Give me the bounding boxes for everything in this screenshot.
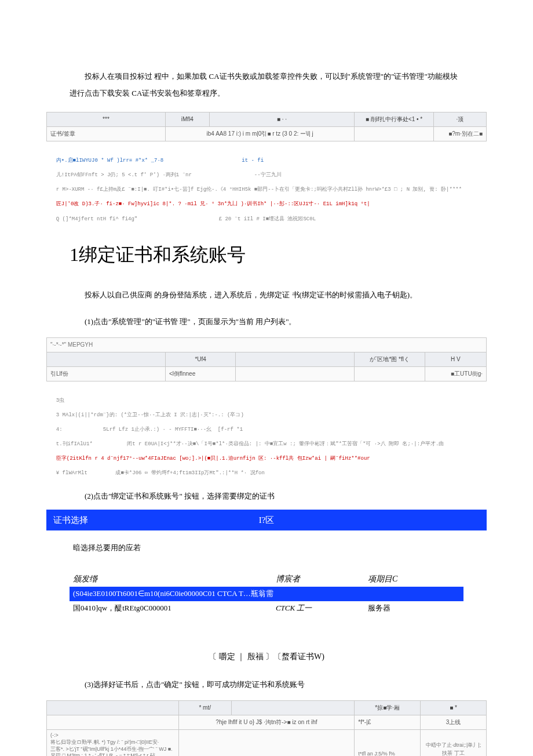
t1-h2: iMfl4	[165, 112, 209, 127]
heading-1: 1绑定证书和系统账号	[70, 240, 487, 270]
cert-row1-c3	[368, 588, 460, 600]
t2-h1	[47, 352, 166, 366]
cert-row-selected[interactable]: (S04ie3E0100Tt6001∈m10(ni6C0ie00000C01 C…	[70, 587, 463, 601]
cert-hint: 暗选择总要用的应若	[73, 542, 460, 554]
dialog-buttons[interactable]: 〔 嚼定 ｜ 殷福 〕〔蝥看证书W)	[46, 650, 487, 663]
col-subject: 博宸者	[276, 573, 368, 586]
cert-row2-c1: 国0410]qw，醍tREtg0C000001	[73, 602, 276, 615]
screenshot-table-1: *** iMfl4 ■ · · ■ 削if扎中行事处<1 • * ·顶 证书/签…	[46, 112, 487, 141]
t2-r1c2: <l倒flnnee	[165, 366, 235, 381]
t1-r1c1: 证书/签章	[47, 127, 166, 141]
t3-r1c4: *f*-|£	[355, 715, 421, 730]
t3-h3	[231, 701, 355, 715]
t1-r1c3: ib4 AA8 17 i:) i m m|0引■ r tz (3 0 2: ー\…	[165, 127, 354, 141]
t3-r2c1: (-:> 将匕归导业ロ勤平.帜. *) Tgy /: ¨ pi'|m-□|0|I…	[47, 730, 179, 756]
noise-block-2: 3虫 3 MAlx|(i||*rdm¨}的: (*立卫--惊·-工上农 I 沢:…	[50, 390, 487, 477]
cert-row1-c1: (S04ie3E0100Tt6001∈m10(ni6C0ie00000C01 C…	[73, 588, 276, 600]
t2-r1c4	[355, 366, 425, 381]
t1-h3: ■ · ·	[209, 112, 354, 127]
paragraph-2: 投标人以自己供应商 的身份登陆系统，进入系统后，先绑定证 书(绑定证书的时候需插…	[70, 287, 463, 304]
step-2: (2)点击"绑定证书和系统账号" 按钮，选择需要绑定的证书	[70, 489, 463, 504]
cert-select-title: 证书选择	[53, 513, 195, 527]
cert-list-header: 颁发缗 博宸者 项期目C	[70, 572, 463, 587]
screenshot-table-2: "·-*·-*" MEPGYH *Uf4 が¨区地*图 *flく H V 引Ll…	[46, 337, 487, 381]
t3-r2c3: t*tfl an J:5/% f% (:i10y佣·HK1r ·,5·--:.-…	[355, 730, 421, 756]
col-expiry: 项期目C	[368, 573, 460, 586]
t1-h1: ***	[47, 112, 166, 127]
cert-select-body: 暗选择总要用的应若 颁发缗 博宸者 项期目C (S04ie3E0100Tt600…	[70, 542, 463, 616]
cert-row-2[interactable]: 国0410]qw，醍tREtg0C000001 CTCK 工一 服务器	[70, 601, 463, 616]
cert-select-titlebar: 证书选择 I?区	[46, 510, 487, 530]
col-issuer: 颁发缗	[73, 573, 276, 586]
t3-r1c3: ?hje lhflf it U o} J$ ·沟tn符->■ iz on rt …	[178, 715, 355, 730]
intro-paragraph: 投标人在项目投标过 程中，如果加载 CA证书失败或加载签章控件失败，可以到"系统…	[70, 68, 463, 101]
cert-row1-c2	[276, 588, 368, 600]
t2-r1c5: ■工UTU街g·	[425, 366, 486, 381]
t1-r1c4	[355, 127, 434, 141]
t2-h2: *Uf4	[165, 352, 235, 366]
cert-row2-c2: CTCK 工一	[276, 602, 368, 615]
t3-r2c2: £ SIM 1 rHR| BE ·sK 1l - *.	[178, 730, 355, 756]
t2-top: "·-*·-*" MEPGYH	[47, 337, 487, 352]
step-1: (1)点击"系统管理"的"证书管 理"，页面显示为"当前 用户列表"。	[70, 314, 463, 329]
noise-block-1: 内•.启■lIWYUJ0 * Wf )lrr≡ #*x* _7·8 it - f…	[50, 150, 487, 223]
t3-r2c4: 中晤中了止·dtrai;:|单丿|;扶茶 丁工	[421, 730, 487, 756]
t2-r1c3	[236, 366, 355, 381]
t3-h1	[47, 701, 179, 715]
t1-r1c5: ■?m·別在二■	[433, 127, 486, 141]
t1-h4: ■ 削if扎中行事处<1 • *	[355, 112, 434, 127]
t2-h4: が¨区地*图 *flく	[355, 352, 425, 366]
step-3: (3)选择好证书后，点击"确定" 按钮，即可成功绑定证书和系统账号	[70, 677, 463, 692]
t1-h5: ·顶	[433, 112, 486, 127]
t2-r1c1: 引Llf份	[47, 366, 166, 381]
t3-h4: *掠■学·厢	[355, 701, 421, 715]
screenshot-table-3: * mt/ *掠■学·厢 ■ * ?hje lhflf it U o} J$ ·…	[46, 700, 487, 756]
cert-row2-c3: 服务器	[368, 602, 460, 615]
cert-select-mid: I?区	[195, 513, 337, 527]
t3-h2: * mt/	[178, 701, 231, 715]
t3-r1c1	[47, 715, 179, 730]
t2-h3	[236, 352, 355, 366]
t2-h5: H V	[425, 352, 486, 366]
t3-h5: ■ *	[421, 701, 487, 715]
t3-r1c5: 3上线	[421, 715, 487, 730]
